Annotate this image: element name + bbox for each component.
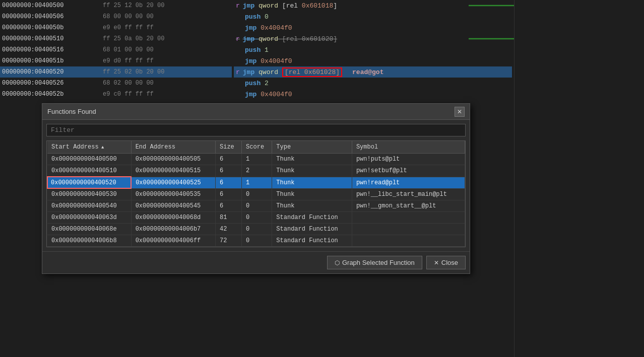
table-cell-end_addr: 0x0000000000400515 bbox=[131, 165, 215, 177]
disasm-row: push 1 bbox=[234, 44, 512, 55]
table-cell-end_addr: 0x0000000000400545 bbox=[131, 200, 215, 212]
table-cell-score: 2 bbox=[242, 165, 272, 177]
disasm-row-highlighted: 00000000:00400520 ff 25 02 0b 20 00 bbox=[0, 66, 232, 78]
table-row[interactable]: 0x00000000004005400x000000000040054560Th… bbox=[47, 200, 465, 212]
col-score[interactable]: Score bbox=[242, 141, 272, 154]
table-cell-size: 6 bbox=[215, 165, 241, 177]
table-cell-start_addr: 0x0000000000400540 bbox=[47, 200, 131, 212]
functions-table: Start Address End Address Size Score Typ… bbox=[47, 141, 465, 247]
table-cell-end_addr: 0x0000000000400525 bbox=[131, 177, 215, 188]
table-cell-start_addr: 0x000000000040068e bbox=[47, 224, 131, 235]
functions-dialog: Functions Found ✕ Start Address End Addr… bbox=[42, 103, 470, 274]
table-cell-start_addr: 0x0000000000400530 bbox=[47, 188, 131, 200]
col-size[interactable]: Size bbox=[215, 141, 241, 154]
table-header-row: Start Address End Address Size Score Typ… bbox=[47, 141, 465, 154]
col-type[interactable]: Type bbox=[272, 141, 352, 154]
disasm-row: push 0 bbox=[234, 11, 512, 22]
disasm-row: 00000000:00400510 ff 25 0a 0b 20 00 bbox=[0, 33, 232, 44]
graph-button-label: Graph Selected Function bbox=[342, 259, 415, 266]
table-cell-symbol: pwn!puts@plt bbox=[352, 154, 465, 165]
disasm-row: jmp 0x4004f0 bbox=[234, 55, 512, 66]
table-cell-type: Standard Function bbox=[272, 212, 352, 224]
disasm-row: push 2 bbox=[234, 78, 512, 89]
dialog-body: Start Address End Address Size Score Typ… bbox=[42, 120, 470, 251]
table-cell-start_addr: 0x00000000004006b8 bbox=[47, 235, 131, 247]
table-cell-size: 6 bbox=[215, 154, 241, 165]
disasm-row: jmp 0x4004f0 bbox=[234, 89, 512, 100]
table-cell-score: 0 bbox=[242, 212, 272, 224]
table-row[interactable]: 0x00000000004006b80x00000000004006ff720S… bbox=[47, 235, 465, 247]
disasm-row: jmp 0x4004f0 bbox=[234, 22, 512, 33]
disasm-row: 00000000:0040050b e9 e0 ff ff ff bbox=[0, 22, 232, 33]
table-cell-size: 72 bbox=[215, 235, 241, 247]
table-body: 0x00000000004005000x000000000040050561Th… bbox=[47, 154, 465, 247]
table-cell-type: Thunk bbox=[272, 188, 352, 200]
table-cell-symbol bbox=[352, 212, 465, 224]
disasm-row: r jmp qword [rel 0x601018 ] bbox=[234, 0, 512, 11]
table-row[interactable]: 0x000000000040068e0x00000000004006b7420S… bbox=[47, 224, 465, 235]
table-cell-size: 6 bbox=[215, 177, 241, 188]
disasm-row: 00000000:00400500 ff 25 12 0b 20 00 bbox=[0, 0, 232, 11]
table-cell-size: 81 bbox=[215, 212, 241, 224]
disasm-row: 00000000:0040051b e9 d0 ff ff ff bbox=[0, 55, 232, 66]
table-cell-type: Thunk bbox=[272, 165, 352, 177]
table-cell-start_addr: 0x0000000000400520 bbox=[47, 177, 131, 188]
table-cell-type: Thunk bbox=[272, 177, 352, 188]
table-cell-end_addr: 0x00000000004006b7 bbox=[131, 224, 215, 235]
table-row[interactable]: 0x00000000004005000x000000000040050561Th… bbox=[47, 154, 465, 165]
table-cell-size: 6 bbox=[215, 200, 241, 212]
table-cell-type: Thunk bbox=[272, 154, 352, 165]
table-cell-score: 0 bbox=[242, 188, 272, 200]
table-cell-end_addr: 0x000000000040068d bbox=[131, 212, 215, 224]
table-cell-end_addr: 0x00000000004006ff bbox=[131, 235, 215, 247]
table-cell-score: 1 bbox=[242, 177, 272, 188]
table-cell-end_addr: 0x0000000000400505 bbox=[131, 154, 215, 165]
table-cell-type: Standard Function bbox=[272, 235, 352, 247]
table-cell-symbol bbox=[352, 224, 465, 235]
table-cell-start_addr: 0x0000000000400500 bbox=[47, 154, 131, 165]
dialog-close-x-button[interactable]: ✕ bbox=[455, 107, 465, 117]
disasm-row-highlighted: r jmp qword [rel 0x601028] read@got bbox=[234, 66, 512, 78]
graph-icon: ⬡ bbox=[335, 259, 340, 266]
col-start-addr[interactable]: Start Address bbox=[47, 141, 131, 154]
table-cell-start_addr: 0x0000000000400510 bbox=[47, 165, 131, 177]
table-cell-end_addr: 0x0000000000400535 bbox=[131, 188, 215, 200]
table-cell-score: 0 bbox=[242, 235, 272, 247]
table-cell-symbol bbox=[352, 235, 465, 247]
filter-input[interactable] bbox=[46, 124, 466, 136]
table-row[interactable]: 0x00000000004005100x000000000040051562Th… bbox=[47, 165, 465, 177]
dialog-footer: ⬡ Graph Selected Function ✕ Close bbox=[42, 251, 470, 273]
disasm-row: 00000000:00400516 68 01 00 00 00 bbox=[0, 44, 232, 55]
table-cell-start_addr: 0x000000000040063d bbox=[47, 212, 131, 224]
disasm-row: 00000000:0040052b e9 c0 ff ff ff bbox=[0, 89, 232, 100]
disasm-row: 00000000:00400506 68 00 00 00 00 bbox=[0, 11, 232, 22]
right-panel bbox=[514, 0, 644, 357]
table-cell-score: 1 bbox=[242, 154, 272, 165]
table-cell-symbol: pwn!read@plt bbox=[352, 177, 465, 188]
col-end-addr[interactable]: End Address bbox=[131, 141, 215, 154]
disasm-row: r jmp qword [rel 0x601020 ] bbox=[234, 33, 512, 44]
col-symbol[interactable]: Symbol bbox=[352, 141, 465, 154]
table-cell-size: 42 bbox=[215, 224, 241, 235]
graph-selected-button[interactable]: ⬡ Graph Selected Function bbox=[327, 256, 422, 269]
disasm-row: 00000000:00400526 68 02 00 00 00 bbox=[0, 78, 232, 89]
table-row[interactable]: 0x00000000004005200x000000000040052561Th… bbox=[47, 177, 465, 188]
table-cell-score: 0 bbox=[242, 224, 272, 235]
close-button[interactable]: ✕ Close bbox=[426, 256, 466, 269]
dialog-titlebar: Functions Found ✕ bbox=[42, 104, 470, 120]
table-row[interactable]: 0x00000000004005300x000000000040053560Th… bbox=[47, 188, 465, 200]
table-cell-score: 0 bbox=[242, 200, 272, 212]
table-cell-symbol: pwn!setbuf@plt bbox=[352, 165, 465, 177]
table-cell-size: 6 bbox=[215, 188, 241, 200]
table-cell-symbol: pwn!__gmon_start__@plt bbox=[352, 200, 465, 212]
close-button-label: Close bbox=[441, 259, 458, 266]
red-box-operand: [rel 0x601028] bbox=[282, 67, 342, 77]
dialog-title: Functions Found bbox=[47, 108, 96, 115]
table-row[interactable]: 0x000000000040063d0x000000000040068d810S… bbox=[47, 212, 465, 224]
close-icon: ✕ bbox=[434, 259, 439, 266]
table-cell-symbol: pwn!__libc_start_main@plt bbox=[352, 188, 465, 200]
table-cell-type: Thunk bbox=[272, 200, 352, 212]
functions-table-container: Start Address End Address Size Score Typ… bbox=[46, 140, 466, 247]
table-cell-type: Standard Function bbox=[272, 224, 352, 235]
